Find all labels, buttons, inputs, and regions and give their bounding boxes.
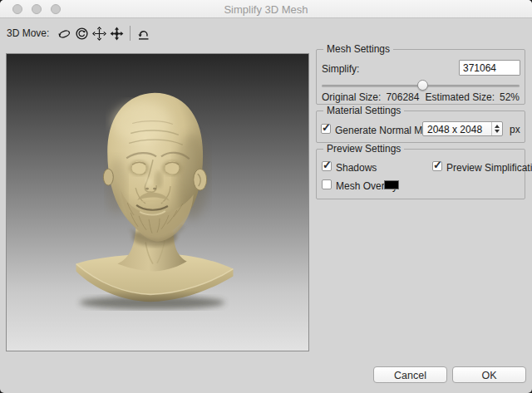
3d-move-label: 3D Move:: [7, 27, 49, 39]
preview-simplification-label: Preview Simplification: [446, 162, 532, 174]
material-settings-group: Material Settings Generate Normal Map(s)…: [316, 111, 525, 143]
shadows-label: Shadows: [336, 162, 377, 174]
px-unit-label: px: [510, 124, 520, 135]
generate-normal-map-checkbox[interactable]: [321, 124, 331, 134]
toolbar-divider: [130, 26, 131, 41]
mesh-settings-group: Mesh Settings Simplify: Original Size:70…: [316, 49, 525, 105]
mesh-overlay-color-swatch[interactable]: [384, 180, 399, 189]
simplify-3d-mesh-dialog: Simplify 3D Mesh 3D Move:: [0, 0, 532, 393]
simplify-slider-thumb[interactable]: [417, 80, 428, 91]
estimated-size-label: Estimated Size:: [426, 91, 495, 103]
estimated-size-value: 52%: [500, 91, 520, 103]
preview-simplification-checkbox[interactable]: [432, 161, 442, 171]
3d-mesh-preview-viewport[interactable]: [6, 53, 309, 351]
simplify-slider[interactable]: [322, 80, 520, 91]
title-bar: Simplify 3D Mesh: [0, 0, 532, 18]
normal-map-size-dropdown[interactable]: 2048 x 2048: [422, 121, 503, 136]
normal-map-size-value: 2048 x 2048: [427, 124, 482, 135]
cancel-button[interactable]: Cancel: [373, 366, 447, 383]
mesh-settings-legend: Mesh Settings: [323, 43, 393, 55]
simplify-input[interactable]: [459, 60, 520, 76]
orbit-rotate-icon[interactable]: [56, 25, 73, 42]
preview-settings-group: Preview Settings Shadows Preview Simplif…: [316, 149, 525, 199]
3d-move-toolbar: 3D Move:: [7, 23, 152, 43]
roll-icon[interactable]: [73, 25, 91, 42]
preview-settings-legend: Preview Settings: [323, 143, 404, 155]
simplify-label: Simplify:: [322, 63, 359, 75]
original-size-label: Original Size:: [322, 91, 381, 103]
material-settings-legend: Material Settings: [323, 105, 404, 116]
stepper-arrows-icon[interactable]: [491, 122, 502, 135]
original-size-value: 706284: [386, 91, 419, 103]
pan-icon[interactable]: [91, 25, 108, 42]
mesh-overlay-checkbox[interactable]: [322, 179, 332, 189]
window-title: Simplify 3D Mesh: [0, 3, 532, 16]
ok-button[interactable]: OK: [452, 366, 526, 383]
slide-icon[interactable]: [108, 25, 126, 42]
reset-camera-icon[interactable]: [135, 25, 152, 42]
3d-bust-render: [7, 54, 308, 351]
shadows-checkbox[interactable]: [322, 161, 332, 171]
